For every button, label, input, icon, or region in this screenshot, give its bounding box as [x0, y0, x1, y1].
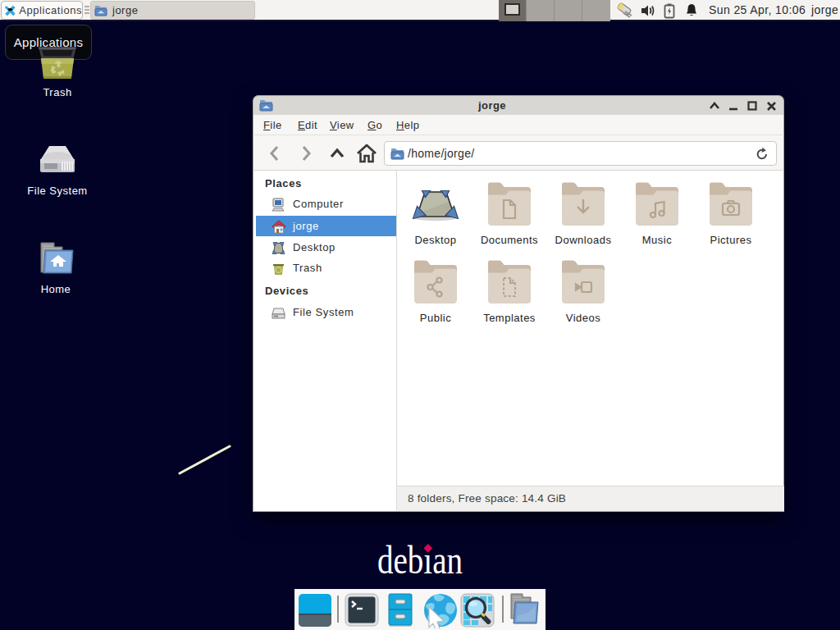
svg-text:debıan: debıan	[377, 538, 463, 578]
